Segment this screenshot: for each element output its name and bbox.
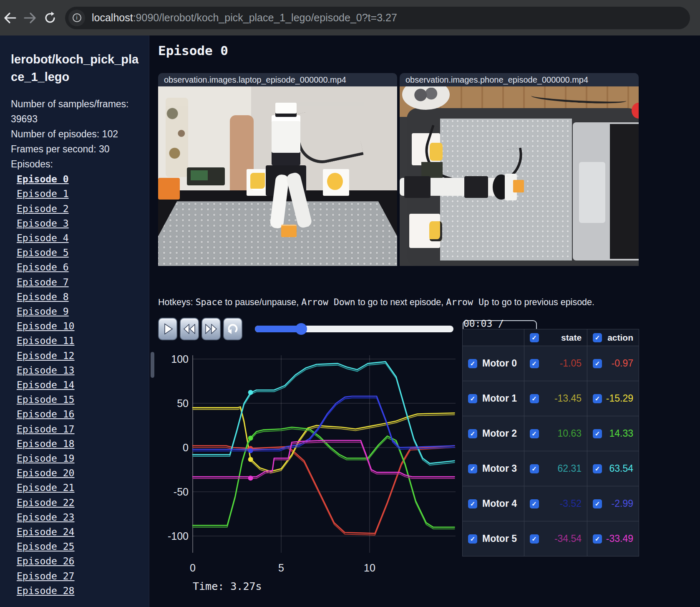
- episode-link-0[interactable]: Episode 0: [17, 174, 69, 185]
- page-info-icon[interactable]: i: [68, 10, 85, 26]
- svg-text:50: 50: [177, 397, 189, 409]
- current-time-marker: [248, 475, 253, 481]
- episode-link-21[interactable]: Episode 21: [17, 482, 74, 493]
- motor-action-cell: -33.49: [587, 521, 639, 556]
- episode-link-12[interactable]: Episode 12: [17, 350, 74, 361]
- checkbox[interactable]: [468, 464, 477, 473]
- seek-slider-thumb[interactable]: [295, 323, 307, 335]
- episode-list-item: Episode 17: [11, 422, 143, 437]
- checkbox[interactable]: [530, 359, 539, 368]
- hotkeys-help: Hotkeys: Space to pause/unpause, Arrow D…: [158, 297, 634, 308]
- episode-link-18[interactable]: Episode 18: [17, 438, 74, 449]
- checkbox[interactable]: [468, 534, 477, 544]
- motor-name-cell: Motor 4: [463, 486, 524, 521]
- episode-link-23[interactable]: Episode 23: [17, 512, 74, 523]
- fast-forward-button[interactable]: [201, 318, 221, 340]
- episode-link-13[interactable]: Episode 13: [17, 365, 74, 376]
- episode-list-item: Episode 13: [11, 364, 143, 378]
- stat-episodes: Number of episodes: 102: [11, 126, 136, 142]
- svg-text:0: 0: [183, 442, 189, 453]
- checkbox[interactable]: [530, 429, 539, 438]
- checkbox[interactable]: [468, 394, 477, 403]
- episode-link-24[interactable]: Episode 24: [17, 526, 74, 537]
- checkbox[interactable]: [593, 464, 602, 473]
- video-phone[interactable]: [400, 86, 639, 266]
- episode-link-9[interactable]: Episode 9: [17, 306, 69, 317]
- episode-link-22[interactable]: Episode 22: [17, 497, 74, 508]
- episode-link-28[interactable]: Episode 28: [17, 585, 74, 596]
- svg-text:0: 0: [190, 562, 196, 574]
- episode-link-26[interactable]: Episode 26: [17, 556, 74, 567]
- episode-link-16[interactable]: Episode 16: [17, 409, 74, 420]
- episode-link-7[interactable]: Episode 7: [17, 277, 69, 288]
- robot-cable: [292, 102, 364, 168]
- reload-button[interactable]: [40, 11, 60, 25]
- checkbox[interactable]: [530, 464, 539, 473]
- robot-camera: [275, 103, 297, 117]
- motor-state-cell: -3.52: [524, 486, 587, 521]
- episode-link-14[interactable]: Episode 14: [17, 379, 74, 390]
- checkbox[interactable]: [468, 499, 477, 508]
- episode-link-4[interactable]: Episode 4: [17, 233, 69, 243]
- episode-list-item: Episode 26: [11, 554, 143, 569]
- checkbox[interactable]: [593, 333, 602, 342]
- checkbox[interactable]: [593, 394, 602, 403]
- episode-link-3[interactable]: Episode 3: [17, 218, 69, 229]
- episode-link-15[interactable]: Episode 15: [17, 394, 74, 405]
- episode-link-25[interactable]: Episode 25: [17, 541, 74, 552]
- url-text: localhost:9090/lerobot/koch_pick_place_1…: [92, 12, 397, 24]
- back-button[interactable]: [0, 12, 20, 24]
- stat-samples: Number of samples/frames: 39693: [11, 96, 136, 126]
- episode-list-item: Episode 23: [11, 511, 143, 525]
- page-title: Episode 0: [158, 43, 228, 58]
- motor-action-value: 63.54: [609, 463, 633, 474]
- svg-text:5: 5: [278, 562, 284, 574]
- checkbox[interactable]: [593, 499, 602, 508]
- episode-link-19[interactable]: Episode 19: [17, 453, 74, 464]
- episode-link-11[interactable]: Episode 11: [17, 335, 74, 346]
- episode-link-10[interactable]: Episode 10: [17, 321, 74, 331]
- motor-chart: 100500-50-1000510: [164, 345, 459, 596]
- episode-link-8[interactable]: Episode 8: [17, 291, 69, 302]
- controller-board: [421, 162, 443, 178]
- motor-row: Motor 4-3.52-2.99: [463, 486, 639, 521]
- episode-link-1[interactable]: Episode 1: [17, 188, 69, 199]
- motor-action-cell: -2.99: [587, 486, 639, 521]
- play-icon: [161, 322, 174, 336]
- motor-name-cell: Motor 1: [463, 381, 524, 416]
- orange-object: [158, 178, 180, 200]
- video-laptop[interactable]: [158, 86, 397, 266]
- motor-label: Motor 5: [482, 533, 517, 544]
- checkbox[interactable]: [593, 429, 602, 438]
- checkbox[interactable]: [468, 429, 477, 438]
- scrollbar-thumb[interactable]: [151, 352, 154, 378]
- episode-link-6[interactable]: Episode 6: [17, 262, 69, 273]
- checkbox[interactable]: [593, 534, 602, 544]
- checkbox[interactable]: [530, 333, 539, 342]
- video-title-laptop: observation.images.laptop_episode_000000…: [158, 73, 397, 86]
- forward-button[interactable]: [20, 12, 40, 24]
- hotkeys-text: to go to previous episode.: [489, 297, 594, 307]
- video-panel-phone: observation.images.phone_episode_000000.…: [400, 73, 639, 266]
- rewind-button[interactable]: [180, 318, 199, 340]
- checkbox[interactable]: [468, 359, 477, 368]
- checkbox[interactable]: [530, 394, 539, 403]
- episode-link-17[interactable]: Episode 17: [17, 424, 74, 435]
- episode-link-27[interactable]: Episode 27: [17, 571, 74, 582]
- url-bar[interactable]: i localhost:9090/lerobot/koch_pick_place…: [65, 7, 690, 29]
- checkbox[interactable]: [530, 499, 539, 508]
- episode-link-20[interactable]: Episode 20: [17, 468, 74, 478]
- seek-slider[interactable]: [255, 326, 453, 332]
- checkbox[interactable]: [530, 534, 539, 544]
- column-header-state: state: [524, 329, 587, 346]
- episode-link-5[interactable]: Episode 5: [17, 247, 69, 258]
- loop-button[interactable]: [223, 318, 242, 340]
- checkbox[interactable]: [593, 359, 602, 368]
- svg-text:100: 100: [171, 353, 189, 365]
- rewind-icon: [183, 323, 196, 335]
- episode-link-2[interactable]: Episode 2: [17, 203, 69, 214]
- motor-row: Motor 362.3163.54: [463, 451, 639, 486]
- episode-list-item: Episode 28: [11, 584, 143, 599]
- episode-list-item: Episode 15: [11, 393, 143, 407]
- play-button[interactable]: [158, 318, 177, 340]
